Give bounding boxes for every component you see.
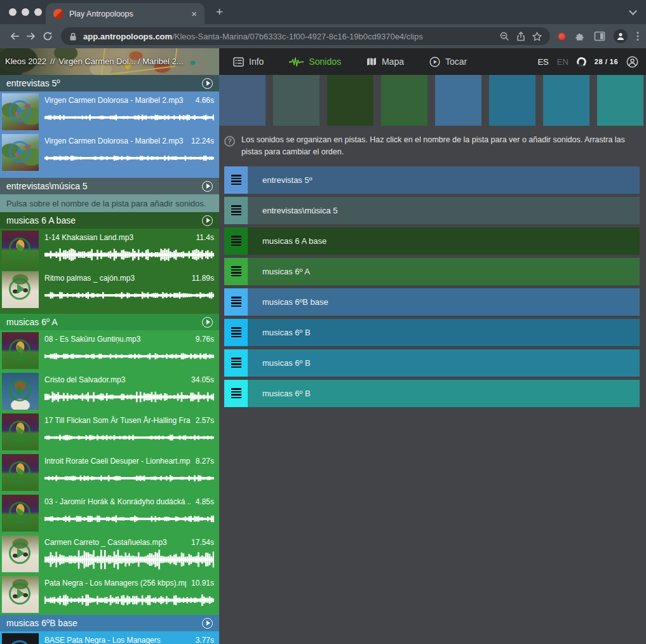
clip-item[interactable]: Carmen Carreto _ Castañuelas.mp317.54s <box>0 533 219 574</box>
track-row[interactable]: musicas 6ºB base <box>224 288 640 316</box>
clip-thumbnail[interactable] <box>2 231 39 267</box>
lang-es-button[interactable]: ES <box>537 57 548 67</box>
section-header[interactable]: musicas 6ºB base <box>0 615 219 631</box>
clip-thumbnail[interactable] <box>2 454 39 491</box>
clip-thumbnail[interactable] <box>2 535 39 572</box>
maximize-window-button[interactable] <box>34 8 42 16</box>
drag-handle[interactable] <box>224 349 248 377</box>
track-name-button[interactable]: musicas 6º B <box>248 319 640 346</box>
track-color-swatch[interactable] <box>543 75 589 126</box>
lang-en-button[interactable]: EN <box>557 57 569 67</box>
tab-info[interactable]: Info <box>233 57 264 67</box>
forward-button[interactable] <box>23 28 39 44</box>
clip-thumbnail[interactable] <box>2 93 39 130</box>
clip-item[interactable]: Introit Rorate Caeli Desuper - Lionheart… <box>0 452 219 493</box>
clip-thumbnail[interactable] <box>2 373 39 410</box>
browser-menu-icon[interactable] <box>636 30 640 42</box>
close-tab-icon[interactable]: × <box>191 9 197 18</box>
breadcrumb[interactable]: Kleos 2022//Virgen Carmen Dol... / Marib… <box>0 48 219 75</box>
clip-play-icon[interactable] <box>9 278 30 300</box>
section-play-icon[interactable] <box>202 78 213 89</box>
clip-item[interactable]: Ritmo palmas _ cajón.mp311.89s <box>0 269 219 310</box>
clip-thumbnail[interactable] <box>2 633 39 644</box>
clip-thumbnail[interactable] <box>2 495 39 532</box>
clip-play-icon[interactable] <box>9 380 30 401</box>
section-header[interactable]: musicas 6 A base <box>0 212 219 229</box>
section-play-icon[interactable] <box>202 618 213 629</box>
drag-handle[interactable] <box>224 227 248 255</box>
track-row[interactable]: entrevistas\música 5 <box>224 197 640 224</box>
track-name-button[interactable]: entrevistas 5º <box>248 166 640 194</box>
clip-thumbnail[interactable] <box>2 413 39 450</box>
breadcrumb-path[interactable]: Virgen Carmen Dol... / Maribel 2... <box>58 57 183 66</box>
window-controls[interactable] <box>9 8 42 16</box>
track-name-button[interactable]: entrevistas\música 5 <box>248 197 640 224</box>
share-icon[interactable] <box>516 31 526 42</box>
tab-sonidos[interactable]: Sonidos <box>289 57 341 67</box>
extensions-puzzle-icon[interactable] <box>574 30 586 42</box>
clip-item[interactable]: Cristo del Salvador.mp334.05s <box>0 371 219 412</box>
side-panel-icon[interactable] <box>594 31 605 41</box>
drag-handle[interactable] <box>224 288 248 316</box>
clip-thumbnail[interactable] <box>2 332 39 369</box>
breadcrumb-project[interactable]: Kleos 2022 <box>5 57 46 66</box>
profile-avatar[interactable] <box>614 29 628 43</box>
track-color-swatch[interactable] <box>489 75 535 126</box>
drag-handle[interactable] <box>224 197 248 224</box>
section-play-icon[interactable] <box>202 215 213 226</box>
track-name-button[interactable]: musicas 6º A <box>248 258 640 285</box>
track-name-button[interactable]: musicas 6º B <box>248 349 640 377</box>
clip-thumbnail[interactable] <box>2 134 39 171</box>
clip-item[interactable]: BASE Pata Negra - Los Managers3.77s <box>0 631 219 644</box>
clip-play-icon[interactable] <box>9 640 30 644</box>
account-icon[interactable] <box>626 56 638 68</box>
track-row[interactable]: musicas 6º B <box>224 380 640 407</box>
url-text[interactable]: app.antropoloops.com/Kleos-Santa-Marina/… <box>83 32 494 41</box>
clip-play-icon[interactable] <box>9 502 30 523</box>
section-header[interactable]: musicas 6º A <box>0 314 219 330</box>
close-window-button[interactable] <box>9 8 17 16</box>
back-button[interactable] <box>6 28 23 44</box>
clip-thumbnail[interactable] <box>2 576 39 613</box>
track-name-button[interactable]: musicas 6º B <box>248 380 640 407</box>
reload-button[interactable] <box>39 28 56 44</box>
track-color-swatch[interactable] <box>219 75 266 126</box>
new-tab-button[interactable]: + <box>216 5 223 19</box>
clip-play-icon[interactable] <box>9 141 30 163</box>
clip-play-icon[interactable] <box>9 420 30 442</box>
drag-handle[interactable] <box>224 319 248 346</box>
clip-thumbnail[interactable] <box>2 271 39 308</box>
track-row[interactable]: musicas 6º B <box>224 319 640 346</box>
section-header[interactable]: entrevistas 5º <box>0 75 219 91</box>
clip-play-icon[interactable] <box>9 542 30 564</box>
track-color-swatch[interactable] <box>327 75 373 126</box>
clip-item[interactable]: 08 - Es Sakūru Guntiņu.mp39.76s <box>0 330 219 371</box>
tab-tocar[interactable]: Tocar <box>429 57 467 67</box>
browser-tab[interactable]: Play Antropoloops × <box>46 3 205 24</box>
tab-search-chevron-icon[interactable] <box>629 7 637 15</box>
track-color-swatch[interactable] <box>435 75 481 126</box>
drag-handle[interactable] <box>224 166 248 194</box>
recording-extension-icon[interactable] <box>558 32 566 41</box>
clip-play-icon[interactable] <box>9 583 30 605</box>
drag-handle[interactable] <box>224 258 248 285</box>
track-row[interactable]: musicas 6º B <box>224 349 640 377</box>
clip-item[interactable]: 17 Till Flickan Som Är Tusen År-Halling … <box>0 412 219 452</box>
tab-mapa[interactable]: Mapa <box>367 57 404 67</box>
clip-play-icon[interactable] <box>9 100 30 122</box>
track-row[interactable]: entrevistas 5º <box>224 166 640 194</box>
clip-item[interactable]: Virgen Carmen Dolorosa - Maribel 2.mp34.… <box>0 91 219 132</box>
track-color-swatch[interactable] <box>597 75 643 126</box>
clip-item[interactable]: 03 - Jaromír Horák & Konrádyho dudácká .… <box>0 493 219 533</box>
clip-item[interactable]: Virgen Carmen Dolorosa - Maribel 2.mp312… <box>0 132 219 173</box>
section-play-icon[interactable] <box>202 181 213 192</box>
track-row[interactable]: musicas 6º A <box>224 258 640 285</box>
address-bar[interactable]: app.antropoloops.com/Kleos-Santa-Marina/… <box>61 27 550 45</box>
clip-play-icon[interactable] <box>9 339 30 361</box>
minimize-window-button[interactable] <box>22 8 29 16</box>
clip-play-icon[interactable] <box>9 461 30 483</box>
zoom-page-icon[interactable] <box>499 31 510 42</box>
bookmark-star-icon[interactable] <box>532 31 542 42</box>
track-name-button[interactable]: musicas 6 A base <box>248 227 640 255</box>
section-play-icon[interactable] <box>202 317 213 328</box>
